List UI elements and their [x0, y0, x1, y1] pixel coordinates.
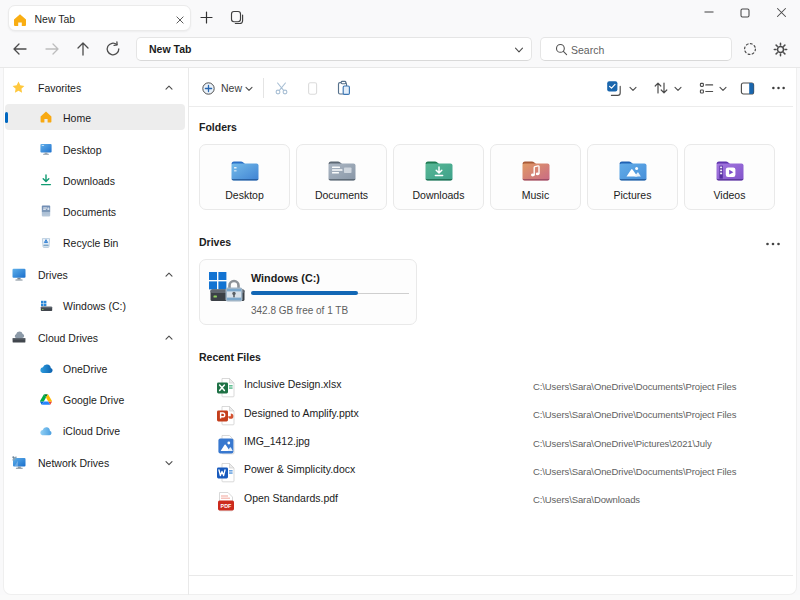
svg-text:PDF: PDF [221, 503, 232, 509]
